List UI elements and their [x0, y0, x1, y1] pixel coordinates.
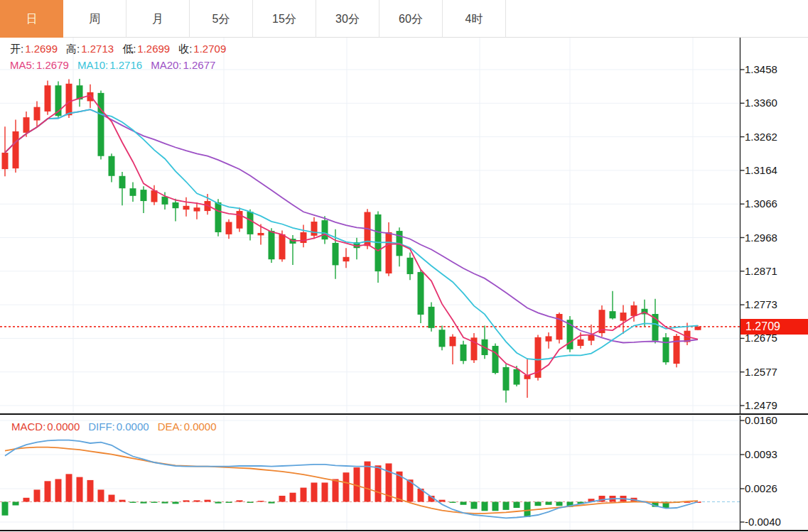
legend-open-value: 1.2699	[25, 43, 58, 55]
y-axis-label: 1.3458	[745, 63, 806, 77]
legend-macd-value: 0.0000	[47, 420, 80, 433]
legend-ma10-label: MA10:	[77, 59, 108, 71]
y-axis-label: 1.2968	[745, 231, 806, 245]
y-axis-label: -0.0040	[745, 515, 806, 529]
macd-chart[interactable]	[0, 416, 808, 531]
macd-legend: MACD:0.0000DIFF:0.0000DEA:0.0000	[11, 420, 225, 433]
y-axis-label: 1.3262	[745, 130, 806, 144]
main-candlestick-chart[interactable]	[0, 38, 808, 414]
legend-ma5-value: 1.2679	[36, 59, 69, 71]
legend-ma20-label: MA20:	[151, 59, 181, 71]
current-price-tag: 1.2709	[740, 319, 808, 335]
legend-low-label: 低:	[122, 43, 136, 55]
y-axis-label: 0.0160	[745, 413, 806, 428]
tabbar-filler	[506, 0, 808, 38]
tab-month[interactable]: 月	[126, 0, 190, 38]
legend-low-value: 1.2699	[137, 43, 170, 55]
legend-dea-value: 0.0000	[184, 420, 217, 433]
legend-dea-label: DEA:	[158, 420, 183, 433]
y-axis-label: 1.3164	[745, 163, 806, 178]
legend-diff-value: 0.0000	[117, 420, 149, 433]
ma-legend: MA5:1.2679MA10:1.2716MA20:1.2677	[10, 59, 224, 71]
legend-close-value: 1.2709	[193, 43, 226, 55]
legend-close-label: 收:	[178, 43, 192, 55]
tab-60min[interactable]: 60分	[379, 0, 443, 38]
tab-5min[interactable]: 5分	[190, 0, 253, 38]
tab-4hour[interactable]: 4时	[443, 0, 506, 38]
legend-open-label: 开:	[10, 43, 23, 55]
trading-chart-app: 日周月5分15分30分60分4时 开:1.2699高:1.2713低:1.269…	[0, 0, 808, 532]
bottom-border	[0, 530, 808, 531]
legend-ma20-value: 1.2677	[183, 59, 216, 71]
y-axis-label: 1.2871	[745, 264, 806, 278]
legend-high-label: 高:	[66, 43, 80, 55]
legend-ma10-value: 1.2716	[109, 59, 142, 71]
y-axis-label: 0.0093	[745, 447, 806, 462]
legend-macd-label: MACD:	[11, 420, 45, 433]
y-axis-label: 1.2479	[745, 398, 806, 413]
panel-divider	[0, 413, 808, 415]
y-axis-label: 0.0026	[745, 482, 806, 496]
ohlc-legend: 开:1.2699高:1.2713低:1.2699收:1.2709	[10, 43, 235, 56]
timeframe-tabs: 日周月5分15分30分60分4时	[0, 0, 808, 38]
tab-15min[interactable]: 15分	[253, 0, 316, 38]
y-axis-label: 1.2577	[745, 365, 806, 379]
tab-week[interactable]: 周	[63, 0, 126, 38]
tab-day[interactable]: 日	[0, 0, 63, 38]
y-axis-label: 1.3066	[745, 197, 806, 211]
y-axis-label: 1.3360	[745, 96, 806, 110]
legend-diff-label: DIFF:	[88, 420, 115, 433]
legend-ma5-label: MA5:	[10, 59, 35, 71]
legend-high-value: 1.2713	[81, 43, 114, 55]
tab-30min[interactable]: 30分	[316, 0, 379, 38]
y-axis-label: 1.2773	[745, 298, 806, 312]
